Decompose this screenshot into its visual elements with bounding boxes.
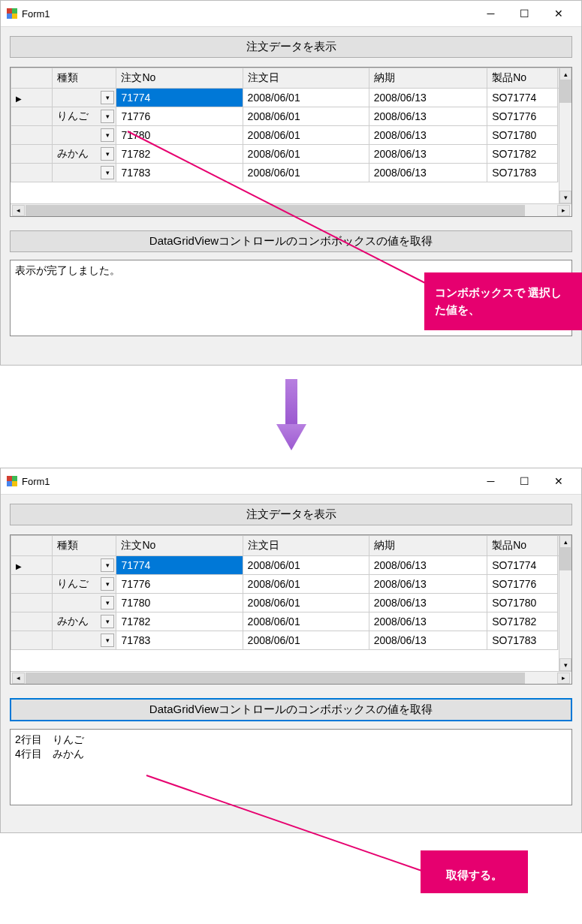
cell-order-date[interactable]: 2008/06/01 (243, 164, 369, 182)
cell-order-date[interactable]: 2008/06/01 (243, 89, 369, 107)
grid-row[interactable]: りんご▾ 71776 2008/06/01 2008/06/13 SO71776 (11, 107, 571, 126)
cell-order-date[interactable]: 2008/06/01 (243, 631, 369, 650)
kind-combo[interactable]: みかん▾ (53, 612, 116, 631)
cell-due[interactable]: 2008/06/13 (369, 107, 487, 126)
cell-due[interactable]: 2008/06/13 (369, 631, 487, 650)
cell-order-no[interactable]: 71780 (116, 594, 243, 612)
kind-combo[interactable]: ▾ (53, 631, 116, 650)
col-product-no[interactable]: 製品No (487, 68, 558, 89)
scroll-left-icon[interactable]: ◂ (12, 205, 25, 216)
vertical-scrollbar[interactable]: ▴ ▾ (559, 68, 571, 203)
col-kind[interactable]: 種類 (53, 68, 116, 89)
close-button[interactable]: ✕ (541, 5, 575, 22)
kind-combo[interactable]: ▾ (53, 126, 116, 145)
data-grid[interactable]: 種類 注文No 注文日 納期 製品No ▶ ▾ 71774 2008/06/01… (10, 67, 572, 217)
cell-order-no[interactable]: 71776 (116, 107, 243, 126)
col-kind[interactable]: 種類 (53, 536, 116, 556)
col-order-no[interactable]: 注文No (116, 536, 243, 556)
grid-row[interactable]: ▾ 71780 2008/06/01 2008/06/13 SO71780 (11, 126, 571, 145)
kind-combo[interactable]: りんご▾ (53, 575, 116, 594)
cell-product-no[interactable]: SO71782 (487, 145, 558, 164)
scroll-down-icon[interactable]: ▾ (559, 658, 571, 671)
cell-due[interactable]: 2008/06/13 (369, 575, 487, 594)
close-button[interactable]: ✕ (541, 473, 575, 489)
cell-order-no[interactable]: 71776 (116, 575, 243, 594)
chevron-down-icon[interactable]: ▾ (101, 147, 114, 161)
chevron-down-icon[interactable]: ▾ (101, 91, 114, 104)
col-due[interactable]: 納期 (369, 536, 487, 556)
grid-row[interactable]: ▾ 71783 2008/06/01 2008/06/13 SO71783 (11, 631, 571, 650)
horizontal-scrollbar[interactable]: ◂ ▸ (11, 203, 571, 216)
chevron-down-icon[interactable]: ▾ (101, 634, 114, 647)
cell-order-date[interactable]: 2008/06/01 (243, 594, 369, 612)
cell-due[interactable]: 2008/06/13 (369, 612, 487, 631)
scroll-up-icon[interactable]: ▴ (559, 535, 571, 548)
cell-product-no[interactable]: SO71782 (487, 612, 558, 631)
scroll-right-icon[interactable]: ▸ (557, 205, 570, 216)
kind-combo[interactable]: ▾ (53, 89, 116, 107)
cell-product-no[interactable]: SO71776 (487, 107, 558, 126)
cell-order-no[interactable]: 71782 (116, 145, 243, 164)
result-textbox[interactable]: 2行目 りんご 4行目 みかん (10, 729, 572, 805)
cell-order-no[interactable]: 71783 (116, 164, 243, 182)
get-combo-button[interactable]: DataGridViewコントロールのコンボボックスの値を取得 (10, 698, 572, 721)
kind-combo[interactable]: ▾ (53, 164, 116, 182)
cell-due[interactable]: 2008/06/13 (369, 145, 487, 164)
chevron-down-icon[interactable]: ▾ (101, 128, 114, 142)
cell-order-no[interactable]: 71783 (116, 631, 243, 650)
vertical-scrollbar[interactable]: ▴ ▾ (559, 535, 571, 671)
chevron-down-icon[interactable]: ▾ (101, 166, 114, 179)
cell-due[interactable]: 2008/06/13 (369, 594, 487, 612)
grid-row[interactable]: ▶ ▾ 71774 2008/06/01 2008/06/13 SO71774 (11, 556, 571, 575)
grid-row[interactable]: ▶ ▾ 71774 2008/06/01 2008/06/13 SO71774 (11, 89, 571, 107)
col-product-no[interactable]: 製品No (487, 536, 558, 556)
kind-combo[interactable]: みかん▾ (53, 145, 116, 164)
cell-order-no[interactable]: 71780 (116, 126, 243, 145)
kind-combo[interactable]: ▾ (53, 594, 116, 612)
grid-row[interactable]: みかん▾ 71782 2008/06/01 2008/06/13 SO71782 (11, 612, 571, 631)
cell-order-no[interactable]: 71782 (116, 612, 243, 631)
cell-product-no[interactable]: SO71783 (487, 164, 558, 182)
chevron-down-icon[interactable]: ▾ (101, 110, 114, 123)
minimize-button[interactable]: ─ (474, 473, 508, 489)
maximize-button[interactable]: ☐ (508, 5, 541, 22)
kind-combo[interactable]: りんご▾ (53, 107, 116, 126)
scroll-left-icon[interactable]: ◂ (12, 673, 25, 684)
chevron-down-icon[interactable]: ▾ (101, 615, 114, 628)
cell-product-no[interactable]: SO71776 (487, 575, 558, 594)
col-due[interactable]: 納期 (369, 68, 487, 89)
show-data-button[interactable]: 注文データを表示 (10, 36, 572, 58)
col-order-date[interactable]: 注文日 (243, 536, 369, 556)
scroll-right-icon[interactable]: ▸ (557, 673, 570, 684)
cell-order-no[interactable]: 71774 (116, 556, 243, 575)
cell-order-date[interactable]: 2008/06/01 (243, 612, 369, 631)
cell-due[interactable]: 2008/06/13 (369, 89, 487, 107)
chevron-down-icon[interactable]: ▾ (101, 558, 114, 572)
cell-product-no[interactable]: SO71780 (487, 594, 558, 612)
show-data-button[interactable]: 注文データを表示 (10, 504, 572, 525)
cell-order-date[interactable]: 2008/06/01 (243, 107, 369, 126)
grid-row[interactable]: りんご▾ 71776 2008/06/01 2008/06/13 SO71776 (11, 575, 571, 594)
cell-order-date[interactable]: 2008/06/01 (243, 145, 369, 164)
cell-product-no[interactable]: SO71774 (487, 556, 558, 575)
cell-order-date[interactable]: 2008/06/01 (243, 575, 369, 594)
cell-order-date[interactable]: 2008/06/01 (243, 556, 369, 575)
col-order-date[interactable]: 注文日 (243, 68, 369, 89)
get-combo-button[interactable]: DataGridViewコントロールのコンボボックスの値を取得 (10, 230, 572, 252)
kind-combo[interactable]: ▾ (53, 556, 116, 575)
cell-due[interactable]: 2008/06/13 (369, 556, 487, 575)
horizontal-scrollbar[interactable]: ◂ ▸ (11, 671, 571, 684)
grid-row[interactable]: ▾ 71783 2008/06/01 2008/06/13 SO71783 (11, 164, 571, 182)
cell-order-date[interactable]: 2008/06/01 (243, 126, 369, 145)
maximize-button[interactable]: ☐ (508, 473, 541, 489)
cell-product-no[interactable]: SO71780 (487, 126, 558, 145)
chevron-down-icon[interactable]: ▾ (101, 596, 114, 609)
minimize-button[interactable]: ─ (474, 5, 508, 22)
grid-row[interactable]: みかん▾ 71782 2008/06/01 2008/06/13 SO71782 (11, 145, 571, 164)
cell-due[interactable]: 2008/06/13 (369, 164, 487, 182)
cell-product-no[interactable]: SO71783 (487, 631, 558, 650)
chevron-down-icon[interactable]: ▾ (101, 577, 114, 591)
grid-row[interactable]: ▾ 71780 2008/06/01 2008/06/13 SO71780 (11, 594, 571, 612)
scroll-down-icon[interactable]: ▾ (559, 191, 571, 203)
col-order-no[interactable]: 注文No (116, 68, 243, 89)
